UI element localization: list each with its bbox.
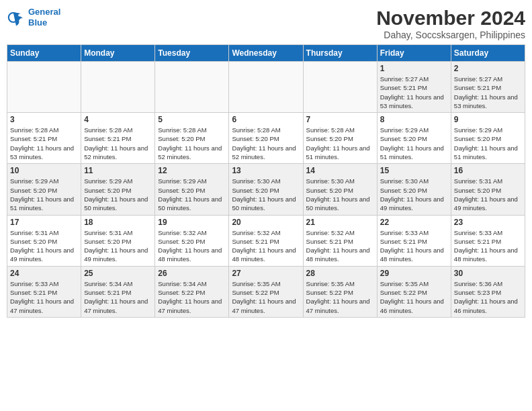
day-number: 23 <box>454 218 522 227</box>
weekday-header: Monday <box>81 45 155 62</box>
weekday-header: Tuesday <box>155 45 229 62</box>
day-info: Sunrise: 5:30 AM Sunset: 5:20 PM Dayligh… <box>232 177 300 212</box>
day-number: 26 <box>158 269 226 278</box>
calendar-week-row: 3Sunrise: 5:28 AM Sunset: 5:21 PM Daylig… <box>7 113 525 164</box>
day-info: Sunrise: 5:36 AM Sunset: 5:23 PM Dayligh… <box>454 279 522 315</box>
day-info: Sunrise: 5:31 AM Sunset: 5:20 PM Dayligh… <box>84 228 152 264</box>
calendar-cell: 12Sunrise: 5:29 AM Sunset: 5:20 PM Dayli… <box>155 164 229 215</box>
calendar-cell: 4Sunrise: 5:28 AM Sunset: 5:21 PM Daylig… <box>81 113 155 164</box>
day-info: Sunrise: 5:29 AM Sunset: 5:20 PM Dayligh… <box>84 177 152 212</box>
calendar-cell: 11Sunrise: 5:29 AM Sunset: 5:20 PM Dayli… <box>81 164 155 215</box>
day-info: Sunrise: 5:28 AM Sunset: 5:21 PM Dayligh… <box>10 126 78 161</box>
calendar-cell: 20Sunrise: 5:32 AM Sunset: 5:21 PM Dayli… <box>229 215 303 266</box>
calendar-cell: 28Sunrise: 5:35 AM Sunset: 5:22 PM Dayli… <box>303 266 377 317</box>
day-info: Sunrise: 5:28 AM Sunset: 5:20 PM Dayligh… <box>232 126 300 161</box>
day-info: Sunrise: 5:32 AM Sunset: 5:20 PM Dayligh… <box>158 228 226 264</box>
day-info: Sunrise: 5:29 AM Sunset: 5:20 PM Dayligh… <box>158 177 226 212</box>
calendar-week-row: 24Sunrise: 5:33 AM Sunset: 5:21 PM Dayli… <box>7 266 525 317</box>
weekday-header: Thursday <box>303 45 377 62</box>
day-number: 8 <box>380 115 448 124</box>
calendar-cell: 7Sunrise: 5:28 AM Sunset: 5:20 PM Daylig… <box>303 113 377 164</box>
day-info: Sunrise: 5:27 AM Sunset: 5:21 PM Dayligh… <box>380 75 448 110</box>
logo: General Blue <box>7 7 60 28</box>
day-number: 21 <box>306 218 374 227</box>
day-number: 12 <box>158 166 226 175</box>
month-title: November 2024 <box>376 7 525 30</box>
day-number: 30 <box>454 269 522 278</box>
day-number: 17 <box>10 218 78 227</box>
day-info: Sunrise: 5:30 AM Sunset: 5:20 PM Dayligh… <box>306 177 374 212</box>
day-info: Sunrise: 5:31 AM Sunset: 5:20 PM Dayligh… <box>10 228 78 264</box>
logo-text: General Blue <box>28 7 60 28</box>
weekday-header: Sunday <box>7 45 81 62</box>
calendar-cell: 15Sunrise: 5:30 AM Sunset: 5:20 PM Dayli… <box>377 164 451 215</box>
day-number: 25 <box>84 269 152 278</box>
day-number: 28 <box>306 269 374 278</box>
calendar-week-row: 17Sunrise: 5:31 AM Sunset: 5:20 PM Dayli… <box>7 215 525 266</box>
day-info: Sunrise: 5:28 AM Sunset: 5:21 PM Dayligh… <box>84 126 152 161</box>
day-number: 16 <box>454 166 522 175</box>
weekday-header: Friday <box>377 45 451 62</box>
day-number: 14 <box>306 166 374 175</box>
day-number: 27 <box>232 269 300 278</box>
day-number: 13 <box>232 166 300 175</box>
calendar-table: SundayMondayTuesdayWednesdayThursdayFrid… <box>7 44 525 318</box>
calendar-cell: 25Sunrise: 5:34 AM Sunset: 5:21 PM Dayli… <box>81 266 155 317</box>
day-number: 9 <box>454 115 522 124</box>
day-number: 3 <box>10 115 78 124</box>
day-number: 22 <box>380 218 448 227</box>
calendar-cell: 17Sunrise: 5:31 AM Sunset: 5:20 PM Dayli… <box>7 215 81 266</box>
calendar-cell: 1Sunrise: 5:27 AM Sunset: 5:21 PM Daylig… <box>377 62 451 113</box>
calendar-cell: 27Sunrise: 5:35 AM Sunset: 5:22 PM Dayli… <box>229 266 303 317</box>
calendar-cell: 9Sunrise: 5:29 AM Sunset: 5:20 PM Daylig… <box>451 113 525 164</box>
day-info: Sunrise: 5:34 AM Sunset: 5:21 PM Dayligh… <box>84 279 152 315</box>
day-number: 11 <box>84 166 152 175</box>
calendar-cell: 24Sunrise: 5:33 AM Sunset: 5:21 PM Dayli… <box>7 266 81 317</box>
calendar-cell: 19Sunrise: 5:32 AM Sunset: 5:20 PM Dayli… <box>155 215 229 266</box>
day-number: 1 <box>380 64 448 73</box>
calendar-cell <box>229 62 303 113</box>
calendar-cell: 10Sunrise: 5:29 AM Sunset: 5:20 PM Dayli… <box>7 164 81 215</box>
day-info: Sunrise: 5:29 AM Sunset: 5:20 PM Dayligh… <box>10 177 78 212</box>
calendar-cell <box>7 62 81 113</box>
day-info: Sunrise: 5:31 AM Sunset: 5:20 PM Dayligh… <box>454 177 522 212</box>
calendar-cell <box>155 62 229 113</box>
calendar-cell: 21Sunrise: 5:32 AM Sunset: 5:21 PM Dayli… <box>303 215 377 266</box>
day-info: Sunrise: 5:35 AM Sunset: 5:22 PM Dayligh… <box>380 279 448 315</box>
day-info: Sunrise: 5:33 AM Sunset: 5:21 PM Dayligh… <box>380 228 448 264</box>
calendar-cell: 16Sunrise: 5:31 AM Sunset: 5:20 PM Dayli… <box>451 164 525 215</box>
calendar-cell: 5Sunrise: 5:28 AM Sunset: 5:20 PM Daylig… <box>155 113 229 164</box>
calendar-cell: 26Sunrise: 5:34 AM Sunset: 5:22 PM Dayli… <box>155 266 229 317</box>
day-number: 2 <box>454 64 522 73</box>
calendar-cell: 14Sunrise: 5:30 AM Sunset: 5:20 PM Dayli… <box>303 164 377 215</box>
day-info: Sunrise: 5:29 AM Sunset: 5:20 PM Dayligh… <box>454 126 522 161</box>
page-header: General Blue November 2024 Dahay, Soccsk… <box>7 7 525 40</box>
day-info: Sunrise: 5:33 AM Sunset: 5:21 PM Dayligh… <box>10 279 78 315</box>
day-number: 20 <box>232 218 300 227</box>
day-info: Sunrise: 5:30 AM Sunset: 5:20 PM Dayligh… <box>380 177 448 212</box>
day-number: 24 <box>10 269 78 278</box>
day-number: 6 <box>232 115 300 124</box>
logo-icon <box>7 8 26 27</box>
day-info: Sunrise: 5:27 AM Sunset: 5:21 PM Dayligh… <box>454 75 522 110</box>
day-info: Sunrise: 5:28 AM Sunset: 5:20 PM Dayligh… <box>158 126 226 161</box>
location-subtitle: Dahay, Soccsksargen, Philippines <box>376 30 525 40</box>
day-number: 18 <box>84 218 152 227</box>
calendar-week-row: 1Sunrise: 5:27 AM Sunset: 5:21 PM Daylig… <box>7 62 525 113</box>
calendar-cell: 29Sunrise: 5:35 AM Sunset: 5:22 PM Dayli… <box>377 266 451 317</box>
day-number: 29 <box>380 269 448 278</box>
title-block: November 2024 Dahay, Soccsksargen, Phili… <box>376 7 525 40</box>
day-number: 19 <box>158 218 226 227</box>
day-number: 4 <box>84 115 152 124</box>
calendar-cell: 8Sunrise: 5:29 AM Sunset: 5:20 PM Daylig… <box>377 113 451 164</box>
calendar-cell: 2Sunrise: 5:27 AM Sunset: 5:21 PM Daylig… <box>451 62 525 113</box>
day-info: Sunrise: 5:34 AM Sunset: 5:22 PM Dayligh… <box>158 279 226 315</box>
calendar-cell: 30Sunrise: 5:36 AM Sunset: 5:23 PM Dayli… <box>451 266 525 317</box>
calendar-cell: 6Sunrise: 5:28 AM Sunset: 5:20 PM Daylig… <box>229 113 303 164</box>
calendar-cell <box>81 62 155 113</box>
day-number: 5 <box>158 115 226 124</box>
calendar-cell <box>303 62 377 113</box>
day-info: Sunrise: 5:29 AM Sunset: 5:20 PM Dayligh… <box>380 126 448 161</box>
calendar-cell: 13Sunrise: 5:30 AM Sunset: 5:20 PM Dayli… <box>229 164 303 215</box>
calendar-cell: 23Sunrise: 5:33 AM Sunset: 5:21 PM Dayli… <box>451 215 525 266</box>
